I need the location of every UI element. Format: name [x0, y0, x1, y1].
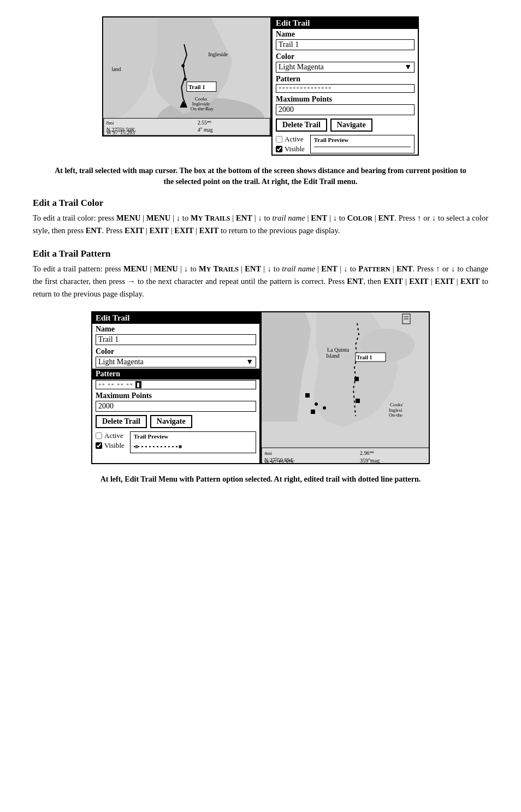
top-illustration: Trail 1 Ingleside land Cooks Ingleside O… [33, 16, 488, 156]
svg-text:Trail 1: Trail 1 [357, 354, 372, 360]
bottom-navigate-button[interactable]: Navigate [150, 415, 192, 428]
bottom-checkboxes: Active Visible [96, 431, 125, 453]
svg-text:4mi: 4mi [264, 451, 273, 456]
trail-preview-title: Trail Preview [314, 137, 411, 143]
panel-title: Edit Trail [273, 17, 418, 29]
svg-rect-25 [311, 410, 315, 414]
name-label: Name [273, 29, 418, 39]
bottom-visible-row: Visible [96, 441, 125, 450]
panel-buttons: Delete Trail Navigate [273, 116, 418, 134]
svg-text:8mi: 8mi [106, 120, 114, 126]
top-map-panel: Trail 1 Ingleside land Cooks Ingleside O… [102, 16, 271, 137]
bottom-active-checkbox[interactable] [96, 432, 102, 439]
svg-point-29 [323, 406, 326, 410]
bottom-active-row: Active [96, 431, 125, 440]
active-checkbox[interactable] [276, 136, 282, 143]
svg-text:359°mag: 359°mag [360, 458, 380, 464]
color-value[interactable]: Light Magenta ▼ [276, 62, 415, 73]
svg-text:Island: Island [326, 353, 339, 359]
bottom-active-label: Active [104, 431, 123, 440]
svg-rect-24 [305, 393, 310, 398]
top-edit-trail-panel: Edit Trail Name Trail 1 Color Light Mage… [271, 16, 419, 156]
bottom-color-label: Color [92, 346, 259, 356]
svg-text:Trail 1: Trail 1 [188, 84, 205, 90]
panel-bottom: Active Visible Trail Preview [273, 134, 418, 155]
top-caption: At left, trail selected with map cursor.… [33, 165, 488, 187]
svg-text:2.55ᵐⁱ: 2.55ᵐⁱ [198, 120, 211, 126]
visible-checkbox[interactable] [276, 146, 282, 152]
svg-text:On-the: On-the [389, 412, 402, 418]
bottom-illustration: Edit Trail Name Trail 1 Color Light Mage… [33, 311, 488, 464]
svg-point-21 [179, 445, 182, 448]
svg-point-10 [181, 64, 185, 67]
max-points-label: Maximum Points [273, 94, 418, 104]
svg-text:Cooks': Cooks' [390, 402, 404, 407]
pattern-label: Pattern [273, 74, 418, 84]
bottom-visible-checkbox[interactable] [96, 442, 102, 449]
section2-header: Edit a Trail Pattern [33, 248, 488, 259]
pattern-value[interactable]: *************** [276, 84, 415, 93]
visible-row: Visible [276, 145, 305, 153]
svg-rect-26 [354, 377, 359, 381]
navigate-button[interactable]: Navigate [330, 118, 372, 132]
dropdown-arrow-icon: ▼ [404, 63, 412, 72]
svg-text:4° mag: 4° mag [198, 127, 213, 133]
svg-text:La Quinta: La Quinta [327, 347, 350, 353]
bottom-right-map-panel: La Quinta Island Trail 1 Cooks' Inglesi … [260, 311, 430, 464]
bottom-panel-bottom: Active Visible Trail Preview [92, 430, 259, 454]
svg-rect-27 [356, 399, 360, 403]
section2-body: To edit a trail pattern: press MENU | ME… [33, 263, 488, 301]
name-value[interactable]: Trail 1 [276, 39, 415, 50]
bottom-delete-trail-button[interactable]: Delete Trail [96, 415, 147, 428]
svg-point-11 [183, 78, 187, 81]
bottom-panel-buttons: Delete Trail Navigate [92, 413, 259, 430]
max-points-value[interactable]: 2000 [276, 104, 415, 115]
delete-trail-button[interactable]: Delete Trail [276, 118, 327, 132]
svg-text:Ingleside: Ingleside [208, 51, 228, 57]
color-label: Color [273, 51, 418, 61]
bottom-name-label: Name [92, 324, 259, 334]
bottom-trail-preview-box: Trail Preview [130, 431, 256, 453]
bottom-caption: At left, Edit Trail Menu with Pattern op… [33, 474, 488, 485]
bottom-visible-label: Visible [104, 441, 125, 450]
bottom-dropdown-arrow-icon: ▼ [246, 358, 253, 366]
bottom-max-points-value[interactable]: 2000 [96, 401, 256, 412]
svg-text:2.96ᵐⁱ: 2.96ᵐⁱ [360, 450, 374, 456]
section1-header: Edit a Trail Color [33, 198, 488, 209]
visible-label: Visible [285, 145, 305, 153]
trail-preview-line [314, 146, 411, 147]
bottom-trail-preview-title: Trail Preview [134, 433, 252, 440]
svg-point-20 [135, 445, 138, 448]
svg-text:W  97°15.263': W 97°15.263' [106, 129, 136, 135]
bottom-pattern-label: Pattern [92, 369, 259, 380]
bottom-pattern-value[interactable]: ** ** ** ** ▮ [96, 380, 256, 389]
active-row: Active [276, 135, 305, 144]
bottom-max-points-label: Maximum Points [92, 390, 259, 400]
bottom-color-value[interactable]: Light Magenta ▼ [96, 357, 256, 368]
trail-preview-box: Trail Preview [310, 135, 415, 153]
checkboxes: Active Visible [276, 135, 305, 153]
section1-body: To edit a trail color: press MENU | MENU… [33, 212, 488, 237]
bottom-name-value[interactable]: Trail 1 [96, 334, 256, 345]
svg-text:land: land [112, 66, 121, 72]
svg-point-28 [315, 402, 318, 406]
active-label: Active [285, 135, 304, 144]
bottom-edit-trail-panel: Edit Trail Name Trail 1 Color Light Mage… [91, 311, 260, 464]
bottom-panel-title: Edit Trail [92, 312, 259, 324]
svg-text:On-the-Bay: On-the-Bay [191, 106, 214, 111]
svg-text:W  97°15.374': W 97°15.374' [264, 459, 294, 464]
